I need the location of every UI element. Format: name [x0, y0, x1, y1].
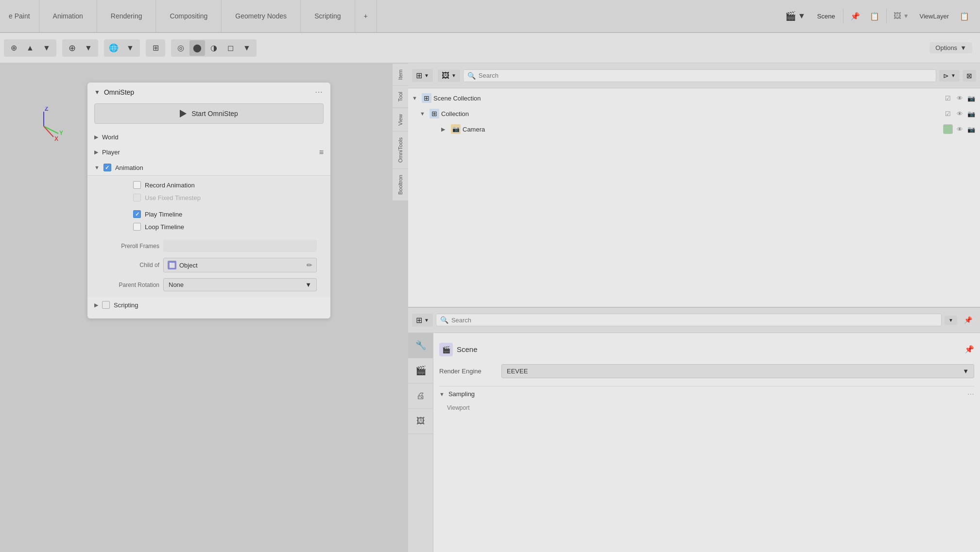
camera-eye-icon[interactable]: 👁 — [955, 124, 964, 134]
toolbar-wireframe-btn[interactable]: ◻ — [223, 40, 238, 56]
scene-selector[interactable]: 🎬 ▼ — [781, 11, 809, 21]
omnistep-dots-icon[interactable]: ⋯ — [315, 87, 324, 97]
collection-chevron-icon[interactable]: ▼ — [420, 111, 428, 117]
world-section[interactable]: ▶ World — [87, 130, 330, 145]
pin-button[interactable]: 📌 — [847, 12, 863, 21]
toolbar-shading-chevron[interactable]: ▼ — [239, 40, 255, 56]
sampling-section-header[interactable]: ▼ Sampling ⋯ — [439, 386, 974, 402]
toolbar-half-circle-btn[interactable]: ◑ — [206, 40, 222, 56]
separator-2 — [886, 9, 887, 23]
player-chevron-icon: ▶ — [94, 149, 98, 155]
side-tab-booltron[interactable]: Booltron — [393, 168, 408, 201]
outliner-extra-button[interactable]: ⊠ — [963, 70, 976, 82]
loop-timeline-checkbox[interactable] — [133, 223, 141, 231]
side-tab-omnitools[interactable]: OmniTools — [393, 131, 408, 168]
outliner-filter-button[interactable]: ⊳ ▼ — [939, 70, 960, 82]
coord-axes: Z Y X — [24, 107, 63, 147]
scene-pin-icon[interactable]: 📌 — [964, 345, 974, 354]
tab-rendering[interactable]: Rendering — [97, 0, 156, 32]
collection-camera-icon[interactable]: 📷 — [966, 109, 976, 118]
parent-rotation-select[interactable]: None ▼ — [163, 278, 317, 291]
viewlayer-icon-btn[interactable]: 📋 — [957, 12, 972, 21]
start-omnistep-button[interactable]: Start OmniStep — [94, 103, 324, 124]
camera-chevron-icon[interactable]: ▶ — [441, 126, 449, 133]
camera-color-swatch — [943, 124, 953, 134]
side-tab-tool[interactable]: Tool — [393, 85, 408, 107]
outliner-view-dropdown[interactable]: ⊞ ▼ — [412, 69, 433, 82]
toolbar-cursor-btn[interactable]: ⊕ — [64, 40, 80, 56]
play-timeline-row: Play Timeline — [94, 208, 324, 220]
toolbar-globe-btn[interactable]: 🌐 — [106, 40, 121, 56]
collection-checkbox-icon[interactable]: ☑ — [943, 109, 953, 118]
omnistep-header[interactable]: ▼ OmniStep ⋯ — [87, 83, 330, 101]
scripting-label: Scripting — [114, 301, 324, 309]
camera-render-icon[interactable]: 📷 — [966, 124, 976, 134]
child-of-field[interactable]: ⬜ Object ✏ — [163, 258, 317, 272]
player-section[interactable]: ▶ Player ≡ — [87, 145, 330, 160]
scene-collection-chevron-icon[interactable]: ▼ — [412, 95, 420, 101]
props-filter-dropdown[interactable]: ▼ — [945, 316, 957, 325]
toolbar-snap-btn[interactable]: ⊞ — [148, 40, 163, 56]
record-animation-row: Record Animation — [94, 179, 324, 191]
svg-text:X: X — [54, 135, 58, 142]
side-tab-item[interactable]: Item — [393, 63, 408, 85]
tab-texture-paint[interactable]: e Paint — [0, 0, 39, 32]
tab-scripting[interactable]: Scripting — [301, 0, 355, 32]
scene-icon: 🎬 — [439, 343, 453, 356]
tab-compositing[interactable]: Compositing — [156, 0, 222, 32]
render-engine-select[interactable]: EEVEE ▼ — [501, 364, 974, 378]
toolbar-chevron-down-btn[interactable]: ▼ — [39, 40, 54, 56]
render-icon-btn[interactable]: 🖼 ▼ — [891, 12, 912, 20]
right-panel: ⊞ ▼ 🖼 ▼ 🔍 ⊳ ▼ — [408, 63, 980, 552]
options-button[interactable]: Options ▼ — [929, 42, 972, 53]
props-output-icon-btn[interactable]: 🖨 — [408, 384, 433, 409]
eyedropper-icon[interactable]: ✏ — [307, 261, 312, 269]
toolbar-cursor-chevron[interactable]: ▼ — [81, 40, 96, 56]
scene-collection-actions: ☑ 👁 📷 — [943, 93, 976, 103]
props-viewlayer-icon-btn[interactable]: 🖼 — [408, 409, 433, 434]
scene-header: 🎬 Scene 📌 — [439, 339, 974, 360]
toolbar-circle-btn[interactable]: ⬤ — [189, 40, 205, 56]
omnistep-title: OmniStep — [104, 88, 311, 96]
toolbar-globe-chevron[interactable]: ▼ — [122, 40, 138, 56]
scripting-enabled-checkbox[interactable] — [102, 301, 110, 309]
scene-collection-eye-icon[interactable]: 👁 — [955, 93, 964, 103]
outliner-content: ▼ ⊞ Scene Collection ☑ 👁 📷 ▼ ⊞ Collectio… — [408, 88, 980, 307]
outliner-display-dropdown[interactable]: 🖼 ▼ — [438, 69, 460, 82]
props-search-box: 🔍 — [436, 314, 942, 326]
props-mode-dropdown[interactable]: ⊞ ▼ — [412, 314, 433, 327]
animation-section-header[interactable]: ▼ Animation — [87, 160, 330, 175]
tab-add[interactable]: + — [355, 0, 377, 32]
play-timeline-checkbox[interactable] — [133, 210, 141, 218]
animation-content: Record Animation Use Fixed Timestep Play… — [87, 175, 330, 297]
scripting-section[interactable]: ▶ Scripting — [87, 297, 330, 313]
props-tools-icon-btn[interactable]: 🔧 — [408, 333, 433, 358]
tab-animation[interactable]: Animation — [39, 0, 97, 32]
tab-geometry-nodes[interactable]: Geometry Nodes — [222, 0, 301, 32]
toolbar-arrow-btn[interactable]: ▲ — [22, 40, 38, 56]
toolbar-group-snap: ⊞ — [146, 39, 165, 57]
props-scene-icon-btn[interactable]: 🎬 — [408, 358, 433, 384]
props-pin-button[interactable]: 📌 — [960, 314, 976, 326]
new-scene-button[interactable]: 📋 — [867, 12, 882, 21]
animation-enabled-checkbox[interactable] — [103, 164, 111, 171]
outliner-search-input[interactable] — [479, 72, 932, 79]
scene-collection-camera-icon[interactable]: 📷 — [966, 93, 976, 103]
side-tab-view[interactable]: View — [393, 108, 408, 132]
properties-content: 🔧 🎬 🖨 🖼 🎬 — [408, 333, 980, 552]
record-animation-checkbox[interactable] — [133, 181, 141, 189]
use-fixed-timestep-checkbox[interactable] — [133, 194, 141, 201]
properties-panel: ⊞ ▼ 🔍 ▼ 📌 — [408, 308, 980, 552]
player-list-icon[interactable]: ≡ — [319, 148, 324, 157]
props-search-input[interactable] — [451, 317, 937, 324]
toolbar-group-shading: ◎ ⬤ ◑ ◻ ▼ — [171, 39, 257, 57]
record-animation-label: Record Animation — [145, 182, 195, 189]
preroll-frames-input[interactable]: 0 — [163, 240, 317, 252]
collection-eye-icon[interactable]: 👁 — [955, 109, 964, 118]
world-chevron-icon: ▶ — [94, 134, 98, 140]
animation-chevron-icon: ▼ — [94, 165, 100, 170]
toolbar-select-btn[interactable]: ⊕ — [6, 40, 21, 56]
scene-collection-checkbox-icon[interactable]: ☑ — [943, 93, 953, 103]
toolbar-snap2-btn[interactable]: ◎ — [173, 40, 189, 56]
animation-section: ▼ Animation Record Animation Use F — [87, 160, 330, 297]
